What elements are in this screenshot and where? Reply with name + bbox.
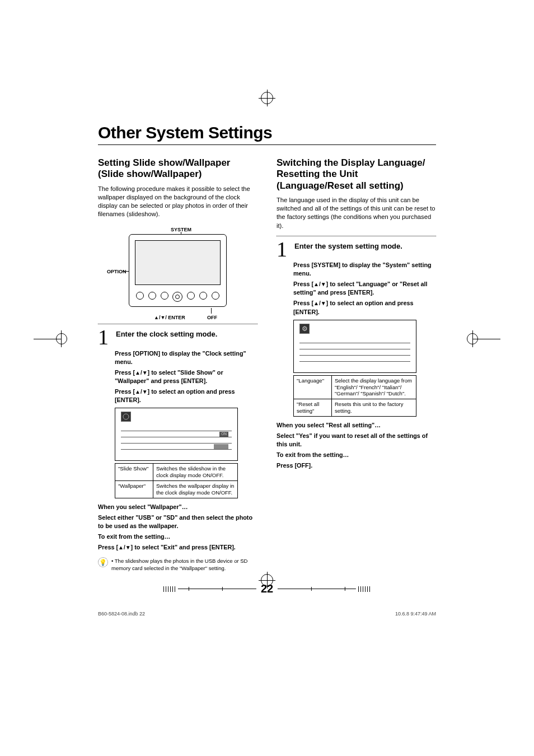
- tip-block: 💡 • The slideshow plays the photos in th…: [98, 557, 257, 572]
- opt-val: Switches the wallpaper display in the cl…: [153, 481, 238, 498]
- left-column: Setting Slide show/Wallpaper (Slide show…: [98, 157, 257, 572]
- clock-menu-panel: ON: [115, 408, 238, 461]
- tip-text: • The slideshow plays the photos in the …: [111, 557, 257, 572]
- right-instruction-2: Press [▲/▼] to select "Language" or "Res…: [293, 280, 436, 297]
- right-column: Switching the Display Language/ Resettin…: [277, 157, 436, 572]
- dotted-divider: [277, 236, 436, 236]
- right-instruction-1: Press [SYSTEM] to display the "System" s…: [293, 261, 436, 278]
- when-wallpaper-title: When you select "Wallpaper"…: [98, 503, 257, 511]
- step-1-left: 1 Enter the clock setting mode.: [98, 329, 257, 346]
- opt-key: "Slide Show": [115, 464, 153, 481]
- step-number: 1: [277, 241, 290, 258]
- table-row: "Language" Select the display language f…: [294, 375, 416, 399]
- step-title: Enter the clock setting mode.: [116, 330, 217, 338]
- right-exit-title: To exit from the setting…: [277, 451, 436, 459]
- right-intro: The language used in the display of this…: [277, 196, 436, 230]
- menu-value-on: ON: [219, 432, 228, 437]
- step-number: 1: [98, 329, 111, 346]
- device-illustration: [129, 234, 227, 307]
- label-off: OFF: [207, 315, 217, 320]
- step-title: Enter the system setting mode.: [294, 242, 402, 250]
- table-row: "Slide Show" Switches the slideshow in t…: [115, 464, 238, 481]
- page-title: Other System Settings: [98, 123, 436, 145]
- left-exit-body: Press [▲/▼] to select "Exit" and press […: [98, 543, 257, 552]
- opt-key: "Language": [294, 375, 332, 399]
- footer-left: B60-5824-08.indb 22: [98, 611, 145, 617]
- when-wallpaper-body: Select either "USB" or "SD" and then sel…: [98, 514, 257, 530]
- left-exit-title: To exit from the setting…: [98, 533, 257, 541]
- when-reset-title: When you select "Rest all setting"…: [277, 421, 436, 430]
- left-instruction-3: Press [▲/▼] to select an option and pres…: [115, 388, 257, 404]
- lightbulb-icon: 💡: [98, 557, 108, 567]
- table-row: "Reset all setting" Resets this unit to …: [294, 399, 416, 417]
- right-options-table: "Language" Select the display language f…: [293, 375, 416, 417]
- dotted-divider: [98, 324, 257, 324]
- left-instruction-1: Press [OPTION] to display the "Clock set…: [115, 349, 257, 366]
- opt-val: Select the display language from "Englis…: [332, 375, 416, 399]
- footer-right: 10.6.8 9:47:49 AM: [395, 611, 436, 617]
- step-1-right: 1 Enter the system setting mode.: [277, 241, 436, 258]
- device-figure: SYSTEM OPTION ▲/▼/ ENTER OFF: [98, 224, 257, 319]
- label-updown-enter: ▲/▼/ ENTER: [154, 315, 185, 320]
- left-instruction-2: Press [▲/▼] to select "Slide Show" or "W…: [115, 368, 257, 385]
- right-exit-body: Press [OFF].: [277, 461, 436, 470]
- right-instruction-3: Press [▲/▼] to select an option and pres…: [293, 299, 436, 316]
- table-row: "Wallpaper" Switches the wallpaper displ…: [115, 481, 238, 498]
- gear-icon: [299, 324, 310, 334]
- opt-val: Resets this unit to the factory setting.: [332, 399, 416, 417]
- opt-key: "Reset all setting": [294, 399, 332, 417]
- left-intro: The following procedure makes it possibl…: [98, 185, 257, 218]
- opt-val: Switches the slideshow in the clock disp…: [153, 464, 238, 481]
- opt-key: "Wallpaper": [115, 481, 153, 498]
- print-footer: B60-5824-08.indb 22 10.6.8 9:47:49 AM: [98, 611, 436, 617]
- right-subtitle: Switching the Display Language/ Resettin…: [277, 157, 436, 192]
- when-reset-body: Select "Yes" if you want to reset all of…: [277, 432, 436, 449]
- page-number-ornament: 22: [161, 582, 373, 595]
- clock-icon: [121, 412, 131, 422]
- label-option: OPTION: [107, 269, 127, 274]
- left-subtitle: Setting Slide show/Wallpaper (Slide show…: [98, 157, 257, 180]
- system-menu-panel: [293, 320, 416, 373]
- page-number: 22: [256, 582, 278, 595]
- left-options-table: "Slide Show" Switches the slideshow in t…: [115, 463, 238, 498]
